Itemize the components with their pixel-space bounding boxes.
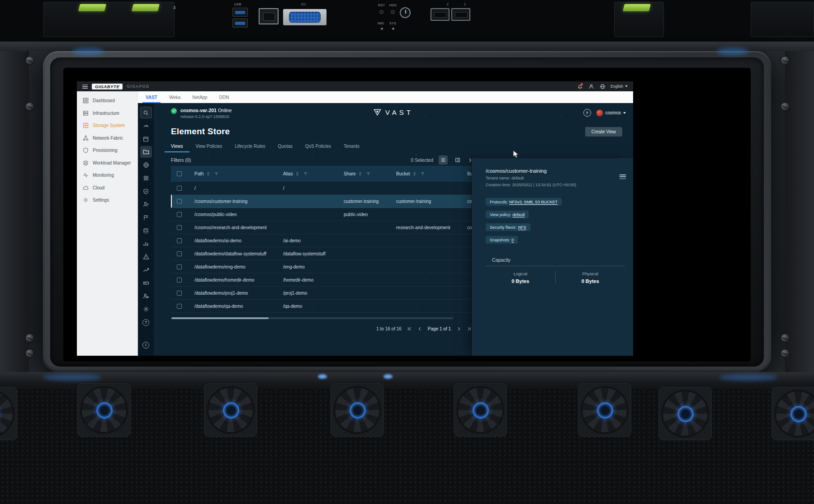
sidebar-item-provisioning[interactable]: Provisioning (77, 144, 137, 157)
row-checkbox[interactable] (177, 186, 182, 191)
row-checkbox[interactable] (177, 264, 182, 269)
filter-icon[interactable] (366, 172, 370, 176)
account-icon[interactable] (588, 83, 594, 89)
database-icon[interactable] (140, 225, 152, 236)
sidebar-item-settings[interactable]: Settings (77, 194, 137, 207)
column-header-bucket[interactable]: Bucket (390, 171, 461, 176)
table-row[interactable]: /cosmos/public-video public-video (171, 208, 472, 221)
info-icon[interactable]: i (140, 339, 152, 351)
select-all-checkbox[interactable] (177, 171, 182, 176)
help-icon[interactable]: ? (140, 316, 152, 328)
globe-icon[interactable] (140, 159, 152, 171)
filter-icon[interactable] (421, 172, 425, 176)
badge-value-link[interactable]: NFSv3, SMB, S3 BUCKET (509, 200, 558, 204)
column-header-share[interactable]: Share (337, 171, 390, 176)
table-row[interactable]: /dataflowdemo/ai-demo /ai-demo (171, 234, 472, 247)
menu-icon[interactable] (82, 85, 88, 89)
table-row[interactable]: /dataflowdemo/qa-demo /qa-demo (171, 300, 472, 313)
filter-icon[interactable] (214, 172, 218, 176)
sort-icon[interactable] (358, 172, 362, 176)
row-checkbox[interactable] (177, 251, 182, 256)
prev-page-icon[interactable] (417, 326, 422, 331)
sort-icon[interactable] (295, 172, 299, 176)
vendor-tab-netapp[interactable]: NetApp (186, 91, 213, 103)
globe-icon[interactable] (599, 83, 606, 89)
next-page-icon[interactable] (456, 326, 461, 331)
sidebar-item-label: Cloud (93, 185, 104, 190)
tab-qos-policies[interactable]: QoS Policies (299, 143, 337, 152)
table-row[interactable]: /cosmos/research-and-development researc… (171, 221, 472, 234)
user-add-icon[interactable] (140, 198, 152, 210)
apps-icon[interactable] (140, 172, 152, 184)
notifications-bell-icon[interactable] (577, 83, 583, 89)
row-checkbox[interactable] (177, 199, 182, 204)
column-header-truncated[interactable]: Buc (461, 171, 472, 176)
cluster-name: cosmos-var-201 (180, 108, 217, 113)
sidebar-item-network-fabric[interactable]: Network Fabric (77, 132, 137, 145)
language-selector[interactable]: English (610, 84, 628, 89)
fan-tray (0, 390, 814, 504)
table-row[interactable]: /dataflowdemo/proj1-demo /proj1-demo (171, 287, 472, 300)
table-row[interactable]: /dataflowdemo/dataflow-systemstuff /data… (171, 247, 472, 260)
row-checkbox[interactable] (177, 291, 182, 296)
status-ok-icon (171, 108, 177, 114)
sidebar-item-cloud[interactable]: Cloud (77, 182, 137, 194)
tab-views[interactable]: Views (165, 143, 189, 152)
tab-view-policies[interactable]: View Policies (189, 143, 229, 152)
search-icon[interactable] (140, 107, 152, 118)
horizontal-scrollbar[interactable] (171, 317, 453, 319)
sort-icon[interactable] (412, 172, 416, 176)
sort-icon[interactable] (206, 172, 210, 176)
scrollbar-thumb[interactable] (171, 317, 269, 319)
column-header-alias[interactable]: Alias (277, 171, 337, 176)
sidebar-item-monitoring[interactable]: Monitoring (77, 169, 137, 182)
badge-value-link[interactable]: NFS (518, 225, 526, 230)
user-menu[interactable]: cosmos (596, 109, 626, 117)
sidebar-item-dashboard[interactable]: Dashboard (77, 94, 137, 107)
tab-tenants[interactable]: Tenants (337, 143, 366, 152)
flag-icon[interactable] (140, 212, 152, 223)
last-page-icon[interactable] (467, 326, 472, 331)
vendor-tab-ddn[interactable]: DDN (213, 91, 235, 103)
row-checkbox[interactable] (177, 212, 182, 217)
analytics-trend-icon[interactable] (140, 264, 152, 276)
row-checkbox[interactable] (177, 225, 182, 230)
filters-label[interactable]: Filters (0) (171, 157, 191, 163)
tab-quotas[interactable]: Quotas (272, 143, 299, 152)
sled-green-latch (78, 4, 106, 11)
column-view-icon[interactable] (453, 155, 462, 165)
help-icon[interactable]: ? (583, 109, 591, 117)
sidebar-item-label: Network Fabric (93, 136, 123, 141)
table-row[interactable]: / / (171, 182, 472, 195)
sidebar-item-infrastructure[interactable]: Infrastructure (77, 107, 137, 120)
dashboard-gauge-icon[interactable] (140, 120, 152, 132)
shield-icon[interactable] (140, 185, 152, 197)
sidebar-item-storage-system[interactable]: Storage System (77, 119, 137, 132)
drive-icon[interactable] (140, 277, 152, 289)
drawer-menu-icon[interactable] (620, 174, 626, 179)
filter-icon[interactable] (303, 172, 308, 176)
row-checkbox[interactable] (177, 278, 182, 283)
bar-chart-icon[interactable] (140, 238, 152, 250)
create-view-button[interactable]: Create View (585, 127, 622, 137)
alerts-warning-icon[interactable] (140, 251, 152, 263)
first-page-icon[interactable] (407, 326, 412, 331)
column-header-path[interactable]: Path (187, 171, 277, 176)
element-store-folder-icon[interactable] (140, 146, 152, 158)
user-settings-icon[interactable] (140, 290, 152, 302)
collapse-drawer-chevron-icon[interactable] (468, 158, 473, 163)
row-checkbox[interactable] (177, 238, 182, 243)
badge-value-link[interactable]: default (512, 212, 525, 217)
vendor-tab-weka[interactable]: Weka (163, 91, 186, 103)
vendor-tab-vast[interactable]: VAST (140, 91, 163, 103)
table-row-selected[interactable]: /cosmos/customer-training customer-train… (171, 195, 472, 208)
gear-icon[interactable] (140, 303, 152, 315)
badge-value-link[interactable]: 0 (511, 238, 514, 242)
list-view-icon[interactable] (439, 155, 448, 165)
sidebar-item-workload-manager[interactable]: Workload Manager (77, 157, 137, 170)
tab-lifecycle-rules[interactable]: Lifecycle Rules (228, 143, 271, 152)
calendar-grid-icon[interactable] (140, 133, 152, 145)
row-checkbox[interactable] (177, 304, 182, 309)
table-row[interactable]: /dataflowdemo/homedir-demo /homedir-demo (171, 273, 472, 287)
table-row[interactable]: /dataflowdemo/eng-demo /eng-demo (171, 260, 472, 273)
